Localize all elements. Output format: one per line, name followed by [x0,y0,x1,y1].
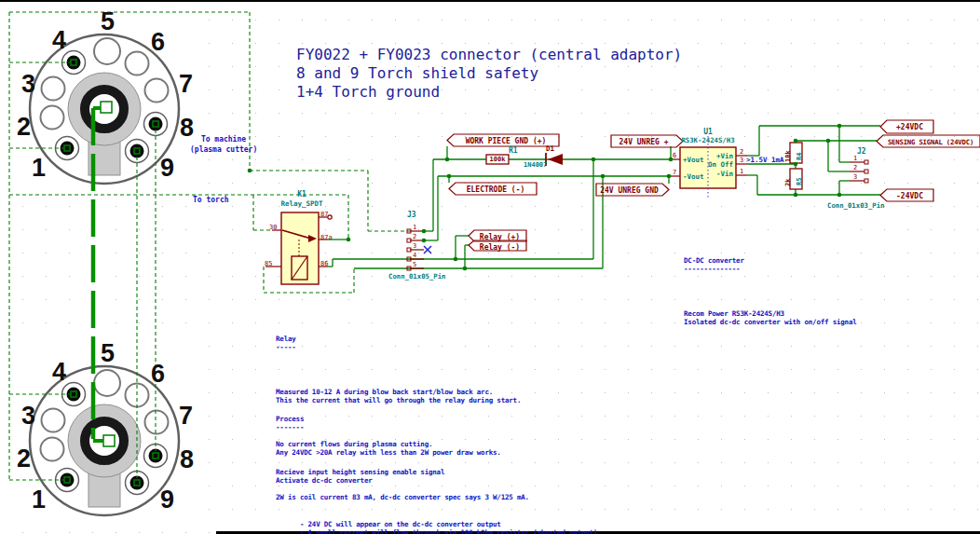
machine-pin-number-9: 9 [160,154,174,183]
d1-value[interactable]: 1N4007 [524,161,547,169]
u1-pin-name-vin-n: -Vin [713,170,733,178]
schematic-title-line1: FY0022 + FY0023 connector (central adapt… [296,46,682,63]
net-label-sensing-signal[interactable]: SENSING SIGNAL (24VDC) [883,137,978,147]
r5-value[interactable]: 2k [784,179,792,186]
u1-pin-2: 2 [740,148,743,156]
net-label-relay-plus[interactable]: Relay (+) [474,232,525,242]
torch-pin-number-2: 2 [17,445,31,473]
j3-pin-1: 1 [413,224,416,231]
r1-value[interactable]: 100k [486,156,509,163]
torch-pin-number-3: 3 [21,402,35,431]
schematic-title-line2: 8 and 9 Torch shield safety [296,64,538,82]
net-label-24v-unreg-gnd[interactable]: 24V UNREG GND [598,185,660,196]
r4-ref[interactable]: R4 [796,153,803,160]
j3-pin-2: 2 [413,233,416,240]
j3-pin-3: 3 [413,242,416,250]
relay-pin-30: 30 [269,224,277,231]
relay-pin-85: 85 [265,260,272,267]
j2-pin-2: 2 [853,164,857,171]
u1-ref[interactable]: U1 [699,128,717,136]
process-notes-block: Process------- Recieve input height sens… [276,379,658,534]
net-label-24v-unreg-plus[interactable]: 24V UNREG + [613,137,674,147]
dcdc-notes-block: DC-DC converter-------------- Recom Powe… [684,221,857,362]
to-torch-label: To torch [193,196,229,204]
machine-pin-number-8: 8 [180,114,194,143]
machine-pin-number-7: 7 [179,70,193,99]
u1-pin-3: 3 [740,157,743,164]
relay-ref[interactable]: K1 [289,190,315,199]
torch-pin-number-7: 7 [179,402,193,431]
torch-pin-number-6: 6 [151,360,165,389]
j3-value[interactable]: Conn_01x05_Pin [388,272,446,281]
r5-ref[interactable]: R5 [796,178,803,185]
relay-pin-87: 87 [320,211,328,218]
u1-pin-name-vout-p: +Vout [683,156,704,164]
r1-ref[interactable]: R1 [509,146,518,155]
torch-pin-number-8: 8 [180,445,194,474]
j2-pin-3: 3 [853,173,857,181]
schematic-title-line3: 1+4 Torch ground [296,83,440,101]
u1-pin-6: 6 [673,152,676,159]
j3-pin-5: 5 [413,261,416,268]
net-label-electrode[interactable]: ELECTRODE (-) [456,185,536,195]
j2-connector-symbol[interactable] [850,160,868,183]
diode-d1-symbol[interactable] [546,153,563,166]
relay-pin-86: 86 [320,260,328,267]
u1-pin-1: 1 [740,168,743,175]
torch-pin-number-9: 9 [160,486,174,514]
schematic-canvas[interactable]: FY0022 + FY0023 connector (central adapt… [0,0,980,534]
net-label-plus-24vdc[interactable]: +24VDC [887,122,932,132]
machine-pin-number-3: 3 [21,70,35,99]
net-label-work-piece-gnd[interactable]: WORK PIECE GND (+) [454,136,558,146]
onoff-spec-note: >1.5V 1mA [746,156,784,164]
r4-value[interactable]: 10k [784,150,792,162]
j2-pin-1: 1 [853,155,857,162]
machine-pin-number-1: 1 [32,154,46,183]
torch-pin-number-4: 4 [52,358,66,387]
machine-pin-number-5: 5 [101,7,115,36]
net-label-minus-24vdc[interactable]: -24VDC [887,191,932,201]
to-machine-label-line1: To machine [197,135,250,144]
net-label-relay-minus[interactable]: Relay (-) [474,242,525,253]
torch-pin-number-1: 1 [32,486,46,514]
u1-pin-name-onoff: On Off [708,160,733,169]
to-machine-label-line2: (plasma cutter) [190,145,248,154]
u1-value[interactable]: RS3K-2424S/H3 [674,136,742,144]
machine-pin-number-6: 6 [151,28,165,57]
d1-ref[interactable]: D1 [546,144,554,153]
u1-pin-name-vout-n: -Vout [683,172,704,181]
u1-pin-name-vin-p: +Vin [713,152,733,160]
machine-pin-number-2: 2 [17,113,31,142]
u1-pin-7: 7 [673,169,676,176]
relay-value[interactable]: Relay_SPDT [271,199,333,208]
j3-ref[interactable]: J3 [407,211,416,219]
j2-ref[interactable]: J2 [857,147,866,156]
torch-pin-number-5: 5 [101,339,115,368]
machine-pin-number-4: 4 [52,26,66,55]
no-connect-x [424,246,431,253]
unconnected-pin-circle [328,215,332,219]
j2-value[interactable]: Conn_01x03_Pin [827,201,885,210]
j3-pin-4: 4 [413,252,416,259]
relay-pin-87a: 87a [320,234,333,241]
